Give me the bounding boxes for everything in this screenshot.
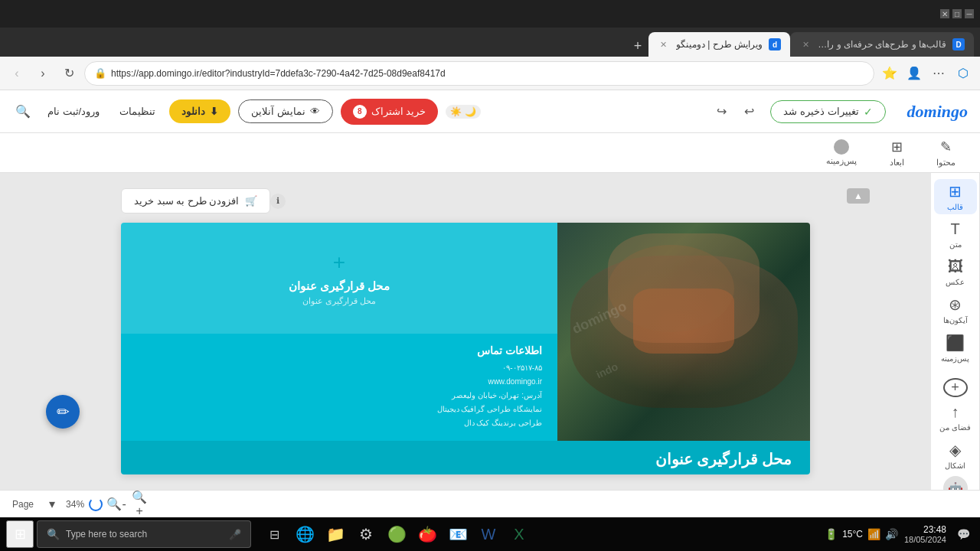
maximize-btn[interactable]: □	[952, 9, 962, 18]
preview-button[interactable]: 👁 نمایش آنلاین	[238, 99, 333, 123]
tool-dimensions[interactable]: ⊞ ابعاد	[881, 135, 912, 171]
redo-button[interactable]: ↪	[709, 99, 733, 124]
tool-content[interactable]: ✎ محتوا	[930, 135, 962, 171]
profile-button[interactable]: 👤	[903, 63, 925, 84]
new-tab-button[interactable]: +	[627, 35, 648, 57]
browser-frame: ─ □ ✕ D قالب‌ها و طرح‌های حرفه‌ای و رایگ…	[0, 0, 980, 551]
title-text: محل قرارگیری عنوان	[289, 279, 390, 293]
subscribe-badge: 8	[353, 105, 367, 119]
sidebar-tool-image[interactable]: 🖼 عکس	[934, 255, 977, 289]
image-icon: 🖼	[948, 258, 963, 276]
surgery-image-cell[interactable]: domingo indo	[557, 223, 810, 441]
edge-button[interactable]: ⬡	[952, 63, 974, 84]
info-icon[interactable]: ℹ	[270, 194, 286, 209]
search-placeholder: Type here to search	[66, 529, 147, 540]
search-button[interactable]: 🔍	[12, 101, 34, 122]
sidebar-tool-shapes[interactable]: ◈ اشکال	[934, 438, 977, 473]
content-icon: ✎	[937, 138, 956, 156]
edge-icon: 🌐	[296, 525, 315, 543]
app-content: domingo ✓ تغییرات ذخیره شد ↩ ↪ 🌙 ☀️	[0, 90, 980, 517]
sidebar-tool-icons[interactable]: ⊛ آیکون‌ها	[934, 292, 977, 328]
shapes-icon: ◈	[949, 441, 961, 459]
taskbar-settings[interactable]: ⚙	[352, 520, 380, 548]
scroll-up-button[interactable]: ▲	[847, 188, 870, 204]
taskbar-search[interactable]: 🔍 Type here to search 🎤	[37, 520, 251, 548]
background-label: پس‌زمینه	[826, 156, 857, 166]
notification-icon: 💬	[957, 528, 970, 540]
tool-background[interactable]: پس‌زمینه	[820, 136, 863, 169]
taskbar-multitask[interactable]: ⊟	[260, 520, 288, 548]
template-label: قالب	[947, 203, 963, 211]
browser-toolbar: ‹ › ↻ 🔒 https://app.domingo.ir/editor?in…	[0, 57, 980, 90]
taskbar-time[interactable]: 23:48 18/05/2024	[904, 524, 946, 544]
contact-cell[interactable]: اطلاعات تماس ۰۹-۰۲۵۱۷-۸۵ www.domingo.ir …	[121, 334, 557, 441]
close-btn[interactable]: ✕	[940, 9, 949, 18]
ai-tool-btn[interactable]: 🤖	[943, 476, 968, 490]
tab-icon-editor: d	[769, 38, 781, 51]
back-button[interactable]: ‹	[6, 63, 28, 84]
taskbar-word[interactable]: W	[475, 520, 502, 548]
tab-close-editor[interactable]: ✕	[658, 38, 670, 51]
outlook-icon: 📧	[449, 525, 468, 543]
settings-icon: ⚙	[359, 525, 373, 543]
editor-toolbar: ✎ محتوا ⊞ ابعاد پس‌زمینه	[0, 133, 980, 173]
taskbar-outlook[interactable]: 📧	[444, 520, 472, 548]
tab-close-templates[interactable]: ✕	[799, 38, 812, 51]
undo-button[interactable]: ↩	[737, 99, 761, 124]
shapes-label: اشکال	[945, 461, 965, 470]
zoom-out-btn[interactable]: 🔍-	[107, 495, 126, 514]
sidebar-tool-text[interactable]: T متن	[934, 217, 977, 252]
taskbar-edge[interactable]: 🌐	[291, 520, 318, 548]
taskbar-explorer[interactable]: 📁	[322, 520, 349, 548]
taskbar-pomodoro[interactable]: 🍅	[413, 520, 441, 548]
forward-button[interactable]: ›	[32, 63, 54, 84]
notification-button[interactable]: 💬	[952, 523, 974, 545]
taskbar-apps: ⊟ 🌐 📁 ⚙ 🟢 🍅 📧 W X	[260, 520, 533, 548]
template-icon: ⊞	[949, 182, 962, 201]
app-header: domingo ✓ تغییرات ذخیره شد ↩ ↪ 🌙 ☀️	[0, 90, 980, 133]
sidebar-tool-background[interactable]: ⬛ پس‌زمینه	[934, 331, 977, 366]
icons-label: آیکون‌ها	[943, 316, 968, 324]
minimize-btn[interactable]: ─	[965, 9, 974, 18]
taskbar-chrome[interactable]: 🟢	[383, 520, 410, 548]
dimensions-label: ابعاد	[890, 158, 904, 168]
theme-toggle[interactable]: 🌙 ☀️	[446, 105, 481, 119]
upload-icon: ↑	[952, 403, 959, 421]
toolbar-actions: ⭐ 👤 ⋯ ⬡	[879, 63, 974, 84]
tab-editor[interactable]: d ویرایش طرح | دومینگو ✕	[648, 32, 790, 57]
browser-titlebar: ─ □ ✕	[0, 0, 980, 28]
preview-label: نمایش آنلاین	[251, 106, 305, 117]
zoom-dropdown-btn[interactable]: ▾	[43, 495, 61, 514]
teal-header-row[interactable]: محل قرارگیری عنوان من توضیح فارسی هستم. …	[121, 441, 810, 474]
loading-spinner	[89, 497, 103, 511]
sidebar-tool-upload[interactable]: ↑ فضای من	[934, 400, 977, 435]
favorites-button[interactable]: ⭐	[879, 63, 900, 84]
add-template-bar: ℹ 🛒 افزودن طرح به سبد خرید	[121, 188, 810, 214]
sidebar-tool-template[interactable]: ⊞ قالب	[934, 179, 977, 214]
settings-link[interactable]: تنظیمات	[113, 101, 162, 122]
taskbar-excel[interactable]: X	[505, 520, 533, 548]
floating-action-button[interactable]: ✏	[46, 395, 80, 429]
contact-info: ۰۹-۰۲۵۱۷-۸۵ www.domingo.ir آدرس: تهران، …	[136, 361, 542, 430]
add-to-cart-button[interactable]: 🛒 افزودن طرح به سبد خرید	[121, 188, 270, 214]
start-button[interactable]: ⊞	[6, 520, 34, 548]
sidebar-add-button[interactable]: +	[943, 378, 968, 397]
editor-area: ⊞ قالب T متن 🖼 عکس ⊛ آیکون‌ها ⬛ پس‌زم	[0, 173, 980, 490]
address-bar[interactable]: 🔒 https://app.domingo.ir/editor?industry…	[84, 61, 874, 86]
tab-icon-templates: D	[952, 38, 965, 51]
subscribe-button[interactable]: خرید اشتراک 8	[341, 99, 439, 125]
refresh-button[interactable]: ↻	[58, 63, 80, 84]
title-cell[interactable]: + محل قرارگیری عنوان محل قرارگیری عنوان	[121, 223, 557, 334]
zoom-in-btn[interactable]: 🔍+	[130, 495, 149, 514]
login-link[interactable]: ورود/ثبت نام	[41, 101, 106, 122]
tab-templates[interactable]: D قالب‌ها و طرح‌های حرفه‌ای و رایگان ✕	[790, 32, 974, 57]
extensions-button[interactable]: ⋯	[928, 63, 949, 84]
plus-icon: +	[333, 250, 345, 275]
icons-icon: ⊛	[949, 295, 962, 314]
taskbar-right: 🔋 15°C 📶 🔊 23:48 18/05/2024 💬	[825, 523, 974, 545]
save-button[interactable]: ✓ تغییرات ذخیره شد	[770, 100, 885, 123]
canvas-area: ℹ 🛒 افزودن طرح به سبد خرید	[0, 173, 931, 490]
taskbar: ⊞ 🔍 Type here to search 🎤 ⊟ 🌐 📁 ⚙ 🟢	[0, 517, 980, 551]
download-button[interactable]: ⬇ دانلود	[169, 99, 230, 123]
add-template-label: افزودن طرح به سبد خرید	[134, 195, 239, 207]
